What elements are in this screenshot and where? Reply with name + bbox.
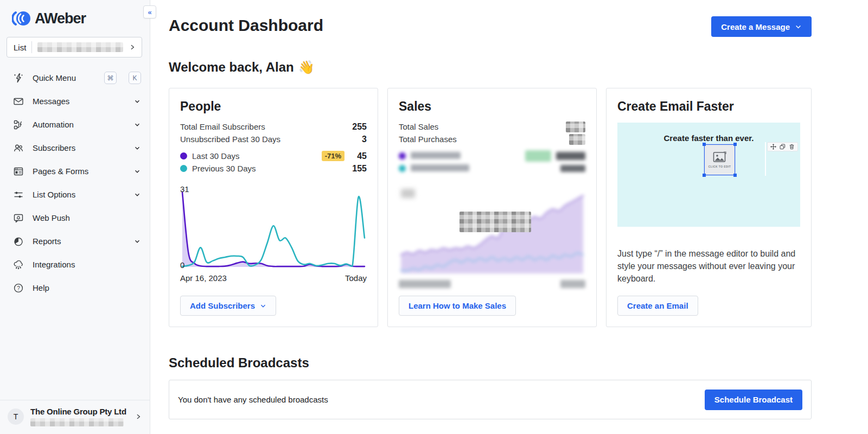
list-selector-label: List [14, 43, 26, 52]
redacted-total-purchases-value [569, 134, 585, 145]
chevron-down-icon [133, 238, 141, 245]
sidebar-item-web-push[interactable]: Web Push [0, 206, 150, 229]
chevron-down-icon [133, 191, 141, 199]
people-chart [180, 189, 367, 270]
envelope-icon [13, 96, 24, 107]
preview-heading: Create faster than ever. [617, 123, 800, 143]
stat-label: Total Purchases [399, 135, 457, 144]
sales-card-title: Sales [399, 99, 585, 114]
x-axis-end-label: Today [345, 273, 367, 283]
people-card-title: People [180, 99, 367, 114]
sidebar-item-subscribers[interactable]: Subscribers [0, 136, 150, 159]
trash-icon[interactable] [789, 144, 795, 150]
redacted-total-sales-value [566, 122, 585, 132]
chevron-right-icon [135, 413, 142, 420]
stat-value: 255 [352, 122, 367, 132]
add-subscribers-button[interactable]: Add Subscribers [180, 296, 276, 316]
people-card: People Total Email Subscribers 255 Unsub… [169, 88, 378, 327]
chevron-right-icon [129, 43, 136, 51]
last-30-days-dot [399, 152, 406, 159]
click-to-edit-caption: CLICK TO EDIT [709, 165, 731, 168]
sales-card: Sales Total Sales Total Purchases [387, 88, 597, 327]
learn-make-sales-button[interactable]: Learn How to Make Sales [399, 296, 516, 316]
main-content: Account Dashboard Create a Message Welco… [150, 0, 868, 434]
aweber-logo[interactable]: AWeber [12, 9, 139, 28]
y-axis-max-label: 31 [180, 184, 189, 194]
browser-window-icon [13, 166, 24, 177]
sidebar-item-label: Automation [33, 120, 125, 129]
welcome-heading: Welcome back, Alan 👋 [169, 60, 812, 75]
sidebar-item-label: List Options [33, 190, 125, 199]
redacted-x-end-label [560, 280, 585, 288]
create-email-card-title: Create Email Faster [617, 99, 800, 114]
k-key-badge: K [129, 72, 141, 84]
sidebar-item-reports[interactable]: Reports [0, 229, 150, 253]
legend-value: 155 [349, 164, 367, 174]
legend-value: 45 [349, 151, 367, 161]
svg-text:?: ? [17, 285, 20, 291]
sidebar-item-label: Reports [33, 237, 125, 246]
chevron-down-icon [133, 121, 141, 129]
chevron-down-icon [260, 303, 266, 309]
x-axis-start-label: Apr 16, 2023 [180, 273, 227, 283]
sidebar-item-automation[interactable]: Automation [0, 113, 150, 136]
sidebar-item-integrations[interactable]: Integrations [0, 253, 150, 276]
app-root: AWeber « List Quick Menu ⌘ K [0, 0, 868, 434]
editor-mini-toolbar [767, 142, 798, 151]
schedule-broadcast-button[interactable]: Schedule Broadcast [705, 390, 802, 410]
empty-broadcasts-text: You don't have any scheduled broadcasts [178, 395, 328, 404]
chevron-down-icon [133, 98, 141, 105]
redacted-value [556, 152, 585, 160]
previous-30-days-dot [180, 165, 187, 172]
create-an-email-button[interactable]: Create an Email [617, 296, 698, 316]
stat-label: Unsubscribed Past 30 Days [180, 135, 280, 144]
workflow-bolt-icon [13, 119, 24, 130]
cloud-nodes-icon [13, 259, 24, 270]
duplicate-icon[interactable] [780, 144, 786, 150]
image-placeholder-click-to-edit[interactable]: CLICK TO EDIT [704, 144, 735, 175]
chevron-down-icon [133, 168, 141, 175]
sidebar-item-label: Web Push [33, 213, 141, 222]
sidebar-item-label: Subscribers [33, 143, 125, 152]
sidebar-item-list-options[interactable]: List Options [0, 183, 150, 206]
people-chart-area: 31 0 Apr 16, 2023 Today [180, 189, 367, 283]
move-icon[interactable] [770, 144, 776, 150]
sidebar-item-quick-menu[interactable]: Quick Menu ⌘ K [0, 66, 150, 90]
scheduled-broadcasts-card: You don't have any scheduled broadcasts … [169, 380, 812, 419]
stat-value: 3 [362, 135, 367, 144]
sidebar-item-label: Help [33, 283, 141, 292]
pie-chart-icon [13, 236, 24, 247]
create-email-description: Just type “/” in the message editor to b… [617, 247, 800, 285]
aweber-logo-icon [12, 9, 31, 28]
account-avatar: T [8, 409, 24, 425]
sidebar-item-pages-forms[interactable]: Pages & Forms [0, 159, 150, 183]
redacted-list-name [37, 42, 123, 52]
chevron-down-icon [795, 23, 802, 30]
sidebar-collapse-button[interactable]: « [143, 5, 156, 18]
redacted-account-line [30, 418, 124, 426]
stat-label: Total Email Subscribers [180, 122, 265, 131]
editor-divider [765, 142, 766, 176]
wave-emoji: 👋 [298, 60, 315, 75]
legend-label: Last 30 Days [192, 151, 317, 161]
stat-label: Total Sales [399, 122, 438, 131]
sidebar-item-label: Messages [33, 97, 125, 106]
bolt-sparkle-icon [13, 73, 24, 84]
create-message-button[interactable]: Create a Message [711, 16, 812, 37]
brand-name: AWeber [35, 10, 86, 27]
divider [31, 41, 32, 53]
page-title: Account Dashboard [169, 16, 323, 35]
create-email-card: Create Email Faster Create faster than e… [606, 88, 812, 327]
scheduled-broadcasts-title: Scheduled Broadcasts [169, 355, 812, 371]
redacted-y-tick [401, 189, 415, 198]
redacted-value [560, 165, 585, 172]
sliders-icon [13, 189, 24, 200]
account-switcher[interactable]: T The Online Group Pty Ltd [0, 400, 150, 434]
redacted-x-start-label [399, 280, 451, 288]
sidebar-item-help[interactable]: ? Help [0, 276, 150, 299]
chevron-down-icon [133, 144, 141, 152]
sidebar-item-messages[interactable]: Messages [0, 90, 150, 113]
redacted-sales-legend [399, 150, 585, 175]
list-selector[interactable]: List [7, 37, 142, 58]
sales-chart-area [399, 186, 585, 288]
